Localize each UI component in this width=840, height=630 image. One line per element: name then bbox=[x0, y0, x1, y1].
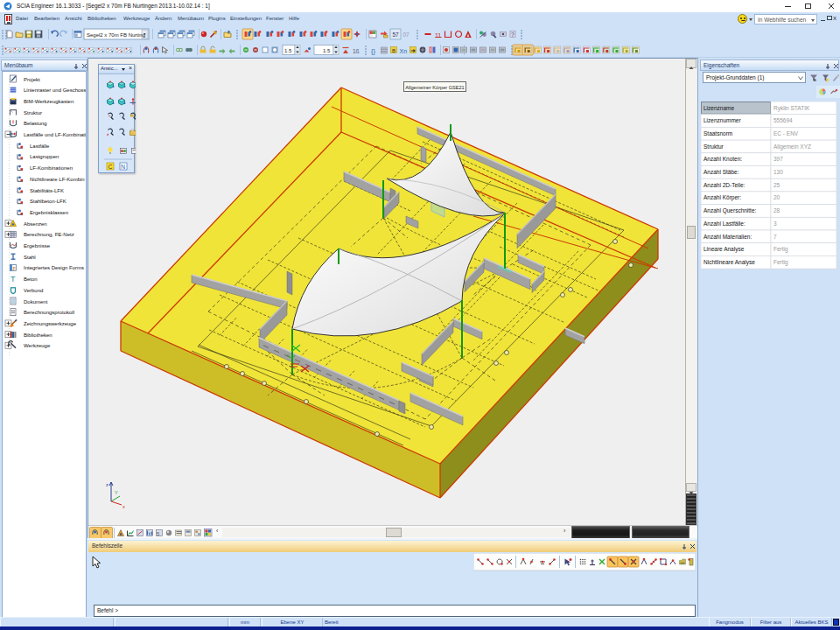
svg-text:Integriertes Design Forms: Integriertes Design Forms bbox=[24, 265, 84, 270]
svg-text:Belastung: Belastung bbox=[24, 121, 47, 126]
svg-text:7: 7 bbox=[774, 234, 777, 240]
svg-text:Anzahl Querschnitte:: Anzahl Querschnitte: bbox=[704, 207, 757, 214]
svg-text:Berechnung, FE-Netz: Berechnung, FE-Netz bbox=[24, 232, 74, 237]
svg-text:397: 397 bbox=[774, 156, 783, 162]
svg-text:Zeichnungswerkzeuge: Zeichnungswerkzeuge bbox=[24, 321, 77, 326]
svg-text:EC - ENV: EC - ENV bbox=[774, 130, 799, 136]
svg-text:Ryklin STATIK: Ryklin STATIK bbox=[774, 105, 810, 112]
svg-text:{}: {} bbox=[371, 47, 376, 55]
svg-text:Anzahl Stäbe:: Anzahl Stäbe: bbox=[704, 169, 739, 175]
svg-text:Nichtlineare Analyse: Nichtlineare Analyse bbox=[704, 259, 755, 266]
svg-text:Anzahl Materialien:: Anzahl Materialien: bbox=[704, 234, 752, 240]
svg-text:Nichtlineare LF-Kombin: Nichtlineare LF-Kombin bbox=[30, 177, 85, 182]
svg-text:28: 28 bbox=[774, 207, 780, 214]
svg-text:Ergebnisklassen: Ergebnisklassen bbox=[30, 210, 68, 215]
svg-text:Berechnungsprotokoll: Berechnungsprotokoll bbox=[24, 310, 74, 315]
svg-text:Staatsnorm: Staatsnorm bbox=[704, 130, 732, 136]
svg-text:Dokument: Dokument bbox=[24, 299, 48, 304]
svg-text:Stahlbeton-LFK: Stahlbeton-LFK bbox=[30, 199, 66, 204]
svg-text:Linienraster und Geschosse: Linienraster und Geschosse bbox=[24, 88, 86, 93]
svg-text:57: 57 bbox=[393, 32, 400, 38]
svg-text:130: 130 bbox=[774, 169, 783, 175]
svg-text:LF-Kombinationen: LF-Kombinationen bbox=[30, 165, 73, 171]
svg-text:Lastfälle und LF-Kombinatic: Lastfälle und LF-Kombinatic bbox=[24, 132, 86, 137]
svg-text:-: - bbox=[120, 114, 122, 118]
svg-text:+: + bbox=[108, 114, 111, 118]
svg-text:07: 07 bbox=[403, 32, 410, 38]
svg-text:Bibliotheken: Bibliotheken bbox=[24, 332, 52, 338]
svg-text:Stabilitäts-LFK: Stabilitäts-LFK bbox=[30, 188, 64, 193]
svg-text:Y: Y bbox=[115, 490, 118, 495]
svg-text:Werkzeuge: Werkzeuge bbox=[24, 343, 51, 348]
svg-text:555694: 555694 bbox=[774, 117, 793, 123]
svg-text:1.5: 1.5 bbox=[323, 48, 331, 53]
svg-text:Anzahl 2D-Teile:: Anzahl 2D-Teile: bbox=[704, 182, 746, 188]
svg-text:Ergebnisse: Ergebnisse bbox=[24, 243, 51, 248]
svg-text:3: 3 bbox=[774, 220, 777, 227]
svg-text:1ß: 1ß bbox=[353, 48, 360, 54]
svg-text:Xn: Xn bbox=[400, 48, 408, 54]
svg-text:Fertig: Fertig bbox=[774, 246, 788, 253]
svg-text:Lastfälle: Lastfälle bbox=[30, 144, 50, 149]
svg-text:Absenzen: Absenzen bbox=[24, 221, 47, 227]
svg-text:Lizenzname: Lizenzname bbox=[704, 105, 734, 111]
svg-text:N: N bbox=[121, 164, 125, 170]
svg-text:B: B bbox=[392, 48, 396, 53]
svg-text:Anzahl Lastfälle:: Anzahl Lastfälle: bbox=[704, 220, 746, 227]
svg-text:?: ? bbox=[511, 32, 514, 38]
svg-text:Projekt: Projekt bbox=[24, 77, 40, 82]
svg-text:BIM-Werkzeugkasten: BIM-Werkzeugkasten bbox=[24, 99, 74, 104]
svg-text:Verbund: Verbund bbox=[24, 288, 43, 293]
svg-text:Allgemein XYZ: Allgemein XYZ bbox=[774, 144, 811, 150]
svg-text:Stahl: Stahl bbox=[24, 255, 36, 260]
svg-text:1.5: 1.5 bbox=[284, 48, 292, 53]
svg-text:T: T bbox=[10, 275, 16, 284]
svg-text:z: z bbox=[106, 482, 108, 487]
svg-text:Anzahl Knoten:: Anzahl Knoten: bbox=[704, 156, 742, 162]
svg-text:Struktur: Struktur bbox=[704, 144, 724, 150]
svg-text:C: C bbox=[108, 164, 113, 170]
svg-text:Lastgruppen: Lastgruppen bbox=[30, 154, 59, 159]
svg-text:20: 20 bbox=[774, 194, 780, 200]
svg-text:Lineare Analyse: Lineare Analyse bbox=[704, 246, 745, 253]
svg-text:25: 25 bbox=[774, 182, 780, 188]
svg-text:Struktur: Struktur bbox=[24, 110, 42, 116]
svg-text:Fertig: Fertig bbox=[774, 259, 788, 266]
svg-text:Beton: Beton bbox=[24, 276, 38, 282]
svg-text:Anzahl Körper:: Anzahl Körper: bbox=[704, 194, 741, 201]
svg-text:Lizenznummer: Lizenznummer bbox=[704, 117, 741, 123]
svg-text:Segel2 x 70m FB Nurting: Segel2 x 70m FB Nurting bbox=[87, 32, 145, 38]
svg-text:a: a bbox=[814, 77, 817, 82]
svg-text:x: x bbox=[122, 504, 125, 509]
svg-text:F: F bbox=[13, 266, 17, 271]
